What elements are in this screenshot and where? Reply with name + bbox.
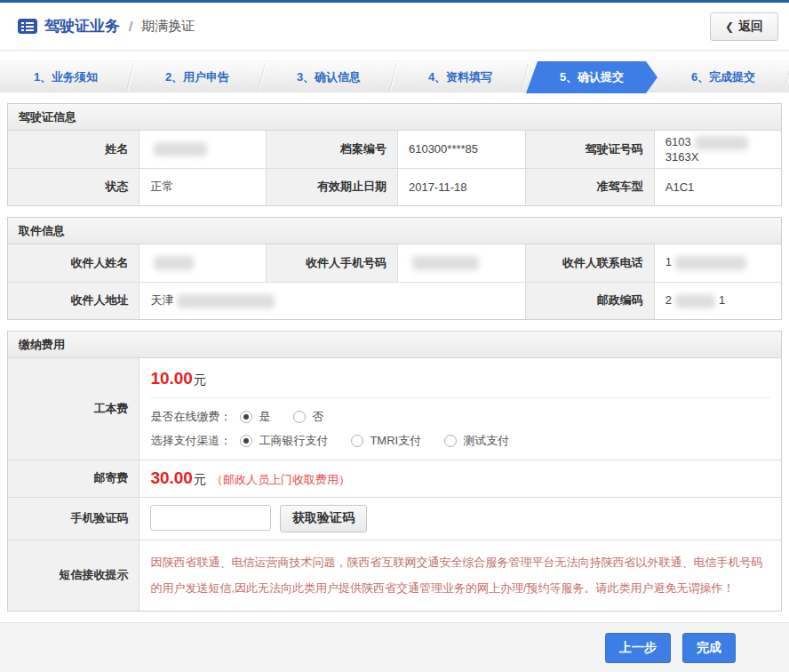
- step-6-complete-submit[interactable]: 6、完成提交: [658, 61, 789, 93]
- back-button-label: 返回: [738, 19, 763, 35]
- recipient-name-value: [139, 244, 267, 282]
- sms-code-cell: 获取验证码: [139, 497, 781, 540]
- recipient-mobile-label: 收件人手机号码: [267, 244, 398, 282]
- online-pay-label: 是否在线缴费：: [150, 409, 231, 425]
- breadcrumb-current: 期满换证: [141, 18, 195, 35]
- license-info-title: 驾驶证信息: [8, 104, 781, 131]
- expiry-label: 有效期止日期: [267, 168, 398, 205]
- previous-step-button[interactable]: 上一步: [605, 633, 671, 663]
- radio-channel-icbc[interactable]: 工商银行支付: [240, 433, 328, 449]
- redacted-recipient-mobile: [412, 256, 479, 270]
- vehicle-type-label: 准驾车型: [526, 168, 654, 205]
- postcode-label: 邮政编码: [526, 282, 654, 319]
- license-no-value: 61033163X: [654, 131, 781, 168]
- postage-note: （邮政人员上门收取费用）: [211, 473, 350, 486]
- finish-button[interactable]: 完成: [682, 633, 736, 663]
- step-2-user-declaration[interactable]: 2、用户申告: [132, 61, 263, 93]
- breadcrumb: 驾驶证业务 / 期满换证: [18, 16, 710, 36]
- recipient-phone-label: 收件人联系电话: [526, 244, 654, 282]
- postcode-prefix: 2: [665, 293, 672, 307]
- recipient-phone-prefix: 1: [665, 255, 672, 268]
- redacted-recipient-phone: [675, 256, 746, 270]
- pickup-info-title: 取件信息: [8, 218, 781, 244]
- status-value: 正常: [139, 168, 267, 205]
- sms-tip-text: 因陕西省联通、电信运营商技术问题，陕西省互联网交通安全综合服务管理平台无法向持陕…: [150, 544, 770, 608]
- table-row: 邮寄费 30.00元（邮政人员上门收取费用）: [8, 460, 781, 497]
- redacted-postcode: [675, 294, 715, 308]
- fee-panel: 缴纳费用 工本费 10.00元 是否在线缴费： 是: [7, 331, 782, 612]
- redacted-name: [154, 142, 207, 156]
- step-5-confirm-submit[interactable]: 5、确认提交: [526, 61, 658, 93]
- table-row: 收件人姓名 收件人手机号码 收件人联系电话 1: [8, 244, 781, 282]
- form-list-icon: [18, 19, 37, 34]
- name-label: 姓名: [8, 131, 139, 168]
- radio-unchecked-icon[interactable]: [444, 435, 457, 447]
- table-row: 状态 正常 有效期止日期 2017-11-18 准驾车型 A1C1: [8, 168, 781, 205]
- pickup-info-table: 收件人姓名 收件人手机号码 收件人联系电话 1 收件人地址 天津 邮政编码 21: [8, 244, 781, 319]
- redacted-license-no: [695, 136, 748, 150]
- radio-channel-tmri[interactable]: TMRI支付: [351, 433, 421, 449]
- get-code-button[interactable]: 获取验证码: [280, 505, 367, 532]
- fee-panel-title: 缴纳费用: [8, 332, 781, 358]
- postcode-suffix: 1: [719, 293, 725, 307]
- radio-label: 工商银行支付: [259, 433, 328, 449]
- recipient-address-prefix: 天津: [150, 293, 173, 307]
- online-pay-row: 是否在线缴费： 是 否: [150, 409, 770, 425]
- recipient-address-label: 收件人地址: [8, 282, 139, 319]
- sms-tip-cell: 因陕西省联通、电信运营商技术问题，陕西省互联网交通安全综合服务管理平台无法向持陕…: [139, 540, 781, 611]
- pay-channel-label: 选择支付渠道：: [150, 433, 231, 449]
- recipient-address-value: 天津: [139, 282, 526, 319]
- redacted-recipient-address: [177, 294, 275, 308]
- file-no-value: 610300****85: [397, 131, 525, 168]
- divider: [150, 397, 770, 398]
- radio-online-pay-yes[interactable]: 是: [240, 409, 270, 425]
- step-3-confirm-info[interactable]: 3、确认信息: [263, 61, 394, 93]
- radio-label: TMRI支付: [370, 433, 421, 449]
- header: 驾驶证业务 / 期满换证 ❮ 返回: [0, 3, 789, 51]
- postcode-value: 21: [654, 282, 781, 319]
- postage-cell: 30.00元（邮政人员上门收取费用）: [139, 460, 781, 497]
- radio-unchecked-icon[interactable]: [351, 435, 363, 447]
- breadcrumb-separator: /: [129, 19, 132, 34]
- page: 驾驶证业务 / 期满换证 ❮ 返回 1、业务须知 2、用户申告 3、确认信息 4…: [0, 0, 789, 672]
- recipient-name-label: 收件人姓名: [8, 244, 139, 282]
- chevron-left-icon: ❮: [725, 20, 734, 33]
- step-wizard: 1、业务须知 2、用户申告 3、确认信息 4、资料填写 5、确认提交 6、完成提…: [0, 60, 789, 92]
- license-info-panel: 驾驶证信息 姓名 档案编号 610300****85 驾驶证号码 6103316…: [7, 103, 782, 206]
- radio-unchecked-icon[interactable]: [293, 411, 306, 423]
- currency-unit: 元: [194, 372, 206, 387]
- table-row: 短信接收提示 因陕西省联通、电信运营商技术问题，陕西省互联网交通安全综合服务管理…: [8, 540, 781, 611]
- work-fee-cell: 10.00元 是否在线缴费： 是 否: [139, 358, 781, 460]
- footer-action-bar: 上一步 完成: [0, 622, 789, 672]
- file-no-label: 档案编号: [267, 131, 398, 168]
- sms-code-input[interactable]: [150, 505, 271, 531]
- status-label: 状态: [8, 168, 139, 205]
- table-row: 手机验证码 获取验证码: [8, 497, 781, 540]
- work-fee-label: 工本费: [8, 358, 139, 460]
- pickup-info-panel: 取件信息 收件人姓名 收件人手机号码 收件人联系电话 1 收件人地址 天津 邮政…: [7, 217, 782, 320]
- work-fee-amount-line: 10.00元: [150, 369, 770, 388]
- table-row: 工本费 10.00元 是否在线缴费： 是 否: [8, 358, 781, 460]
- sms-tip-label: 短信接收提示: [8, 540, 139, 611]
- page-title: 驾驶证业务: [44, 16, 120, 36]
- name-value: [139, 131, 267, 168]
- currency-unit: 元: [194, 472, 206, 486]
- sms-code-label: 手机验证码: [8, 497, 139, 540]
- radio-checked-icon[interactable]: [240, 411, 252, 423]
- license-no-prefix: 6103: [665, 135, 691, 148]
- fee-table: 工本费 10.00元 是否在线缴费： 是 否: [8, 358, 781, 611]
- radio-channel-test[interactable]: 测试支付: [444, 433, 509, 449]
- recipient-mobile-value: [397, 244, 525, 282]
- radio-checked-icon[interactable]: [240, 435, 252, 447]
- expiry-value: 2017-11-18: [397, 168, 525, 205]
- recipient-phone-value: 1: [654, 244, 781, 282]
- pay-channel-row: 选择支付渠道： 工商银行支付 TMRI支付 测试支付: [150, 433, 770, 449]
- step-1-business-notice[interactable]: 1、业务须知: [0, 61, 132, 93]
- step-4-fill-data[interactable]: 4、资料填写: [394, 61, 526, 93]
- vehicle-type-value: A1C1: [654, 168, 781, 205]
- radio-online-pay-no[interactable]: 否: [293, 409, 323, 425]
- table-row: 姓名 档案编号 610300****85 驾驶证号码 61033163X: [8, 131, 781, 168]
- back-button[interactable]: ❮ 返回: [710, 12, 778, 41]
- license-no-suffix: 3163X: [665, 150, 699, 164]
- redacted-recipient-name: [154, 256, 194, 270]
